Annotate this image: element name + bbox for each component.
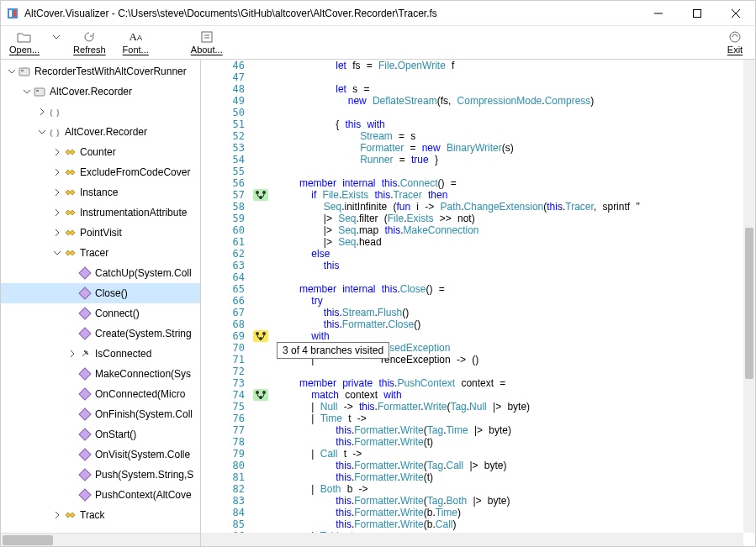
line-number: 47 [201,71,245,83]
code-line: |> Seq.map this.MakeConnection [275,224,743,236]
svg-rect-16 [79,287,91,299]
line-number: 76 [201,413,245,424]
font-label: Font... [123,45,149,55]
tree-item[interactable]: Instance [1,182,200,202]
svg-rect-17 [79,308,91,319]
line-number: 70 [201,342,245,354]
expander-icon[interactable] [51,188,63,197]
line-number: 54 [201,154,245,166]
expander-icon[interactable] [51,229,63,237]
line-number: 79 [201,448,245,460]
code-line: this.Formatter.Write(t) [275,471,743,483]
code-editor[interactable]: 4647484950515253545556575859606162636465… [201,60,755,546]
code-line: let fs = File.OpenWrite f [275,60,743,71]
tree-item[interactable]: OnFinish(System.Coll [1,404,200,424]
font-icon: AA [130,29,142,45]
editor-vscroll[interactable] [743,60,755,533]
editor-hscroll[interactable] [201,533,743,546]
tree-item[interactable]: Connect() [1,303,200,323]
tree-item[interactable]: OnVisit(System.Colle [1,444,200,465]
tree-item[interactable]: { } [1,102,200,122]
svg-rect-25 [79,489,91,501]
maximize-button[interactable] [678,1,716,26]
line-number: 72 [201,366,245,377]
about-button[interactable]: About... [182,28,231,56]
tree-item[interactable]: Tracer [1,243,200,263]
tree-item[interactable]: RecorderTestWithAltCoverRunner [1,61,200,82]
tree-view[interactable]: RecorderTestWithAltCoverRunnerAltCover.R… [1,60,200,533]
line-number: 65 [201,283,245,295]
open-dropdown[interactable] [48,28,65,46]
svg-rect-1 [9,10,12,17]
expander-icon[interactable] [51,511,63,519]
tree-item[interactable]: PushContext(AltCove [1,485,200,505]
code-line: this.Formatter.Write(b.Call) [275,518,743,530]
tree-item[interactable]: OnConnected(Micro [1,384,200,404]
expander-icon[interactable] [66,350,78,358]
expander-icon[interactable] [36,108,48,116]
expander-icon[interactable] [36,128,48,136]
tree-label: OnConnected(Micro [95,388,185,400]
expander-icon[interactable] [51,249,63,257]
line-number: 61 [201,236,245,248]
method-icon [78,468,92,481]
svg-rect-19 [79,368,91,380]
refresh-label: Refresh [73,45,106,55]
font-button[interactable]: AA Font... [114,28,157,56]
code-line: Formatter = new BinaryWriter(s) [275,142,743,154]
sidebar-hscroll[interactable] [1,533,200,546]
tree-item[interactable]: ExcludeFromCodeCover [1,162,200,182]
tree-item[interactable]: AltCover.Recorder [1,82,200,102]
line-number: 83 [201,495,245,507]
code-line: Stream = s [275,130,743,142]
line-number: 51 [201,118,245,130]
line-number: 62 [201,248,245,260]
code-line: this.Formatter.Write(Tag.Call |> byte) [275,460,743,471]
line-gutter: 4647484950515253545556575859606162636465… [201,60,251,546]
line-number: 48 [201,83,245,95]
code-line: this.Formatter.Write(b.Time) [275,507,743,518]
refresh-button[interactable]: Refresh [65,28,114,56]
close-button[interactable] [716,1,755,26]
expander-icon[interactable] [51,168,63,176]
line-number: 69 [201,330,245,342]
open-button[interactable]: Open... [1,28,48,56]
expander-icon[interactable] [51,208,63,217]
code-line [275,107,743,118]
tree-label: Tracer [80,247,108,259]
line-number: 78 [201,436,245,448]
tree-label: Track [80,509,105,521]
tree-item[interactable]: MakeConnection(Sys [1,364,200,384]
tree-label: Push(System.String,S [95,469,193,481]
code-line: | Call t -> [275,448,743,460]
line-number: 73 [201,377,245,389]
tree-item[interactable]: Track [1,505,200,525]
tree-item[interactable]: Close() [1,283,200,303]
branch-mark-icon[interactable] [253,330,268,342]
minimize-button[interactable] [639,1,678,26]
code-line: member internal this.Close() = [275,283,743,295]
line-number: 50 [201,107,245,118]
line-number: 49 [201,95,245,107]
expander-icon[interactable] [21,87,33,96]
svg-rect-24 [79,469,91,481]
assembly-icon [18,65,31,78]
tree-item[interactable]: OnStart() [1,424,200,444]
branch-mark-icon[interactable] [253,189,268,201]
expander-icon[interactable] [6,67,18,76]
expander-icon[interactable] [51,148,63,156]
tree-item[interactable]: PointVisit [1,223,200,243]
tree-item[interactable]: InstrumentationAttribute [1,202,200,223]
tree-item[interactable]: Counter [1,142,200,162]
tree-item[interactable]: Push(System.String,S [1,465,200,485]
branch-mark-icon[interactable] [253,389,268,401]
tree-item[interactable]: { }AltCover.Recorder [1,122,200,142]
tree-item[interactable]: CatchUp(System.Coll [1,263,200,283]
tree-item[interactable]: Create(System.String [1,323,200,344]
cls-icon [63,226,77,239]
code-line: this.Formatter.Close() [275,318,743,330]
code-line: this.Formatter.Write(Tag.Both |> byte) [275,495,743,507]
tree-item[interactable]: IsConnected [1,344,200,364]
exit-button[interactable]: Exit [715,28,755,56]
line-number: 80 [201,460,245,471]
